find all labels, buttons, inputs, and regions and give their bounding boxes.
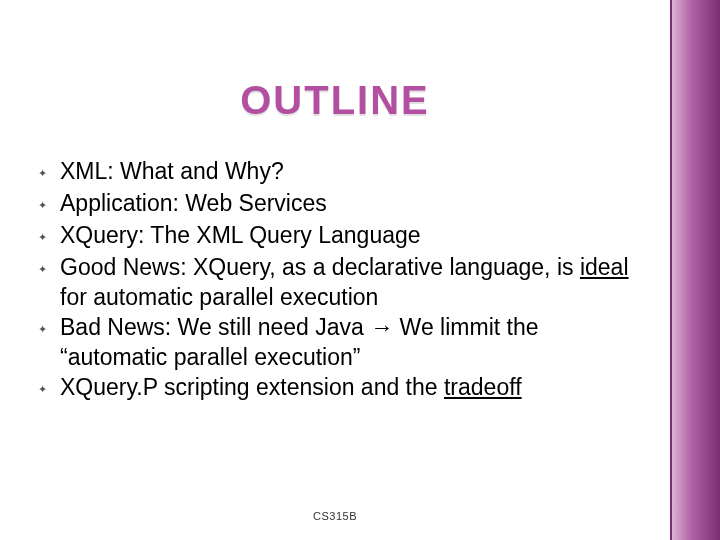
decorative-sidebar [672,0,720,540]
bullets-container: ✦ XML: What and Why? ✦ Application: Web … [38,156,643,404]
bullet-fragment: XQuery.P scripting extension and the [60,374,444,400]
arrow-icon: → [370,314,393,340]
bullet-text: Application: Web Services [60,188,643,218]
bullet-marker: ✦ [38,372,60,404]
bullet-marker: ✦ [38,312,60,344]
bullet-fragment: Bad News: We still need Java [60,314,370,340]
slide-footer: CS315B [0,510,670,522]
bullet-row: ✦ XQuery.P scripting extension and the t… [38,372,643,404]
bullet-marker: ✦ [38,188,60,220]
bullet-row: ✦ Bad News: We still need Java → We limm… [38,312,643,372]
bullet-marker: ✦ [38,156,60,188]
bullet-fragment: for automatic parallel execution [60,284,378,310]
bullet-text: Good News: XQuery, as a declarative lang… [60,252,643,312]
bullet-marker: ✦ [38,252,60,284]
bullet-text: Bad News: We still need Java → We limmit… [60,312,643,372]
bullet-underline: ideal [580,254,629,280]
bullet-text: XML: What and Why? [60,156,643,186]
bullet-underline: tradeoff [444,374,522,400]
bullet-text: XQuery.P scripting extension and the tra… [60,372,643,402]
bullet-row: ✦ XQuery: The XML Query Language [38,220,643,252]
bullet-fragment: Good News: XQuery, as a declarative lang… [60,254,580,280]
slide-title: OUTLINE [0,78,670,123]
bullet-text: XQuery: The XML Query Language [60,220,643,250]
bullet-marker: ✦ [38,220,60,252]
decorative-sidebar-edge [670,0,672,540]
bullet-row: ✦ XML: What and Why? [38,156,643,188]
bullet-row: ✦ Good News: XQuery, as a declarative la… [38,252,643,312]
bullet-row: ✦ Application: Web Services [38,188,643,220]
